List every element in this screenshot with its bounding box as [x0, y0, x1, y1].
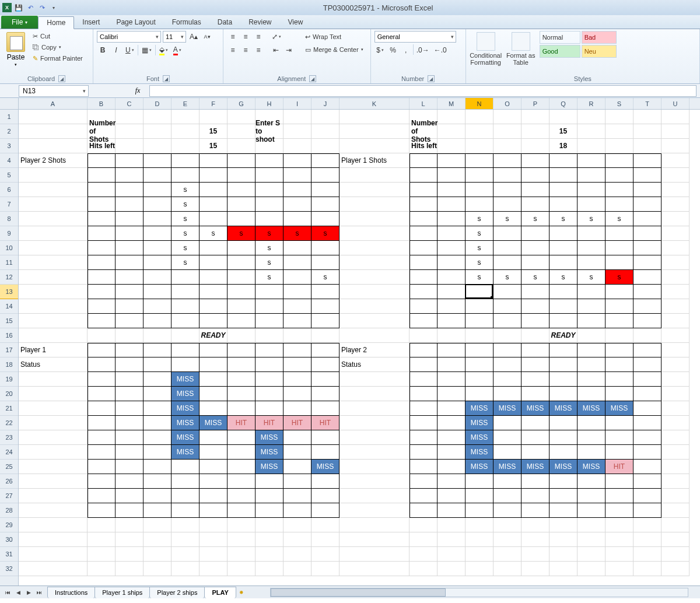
- cell-N8[interactable]: s: [466, 212, 494, 226]
- cell-F12[interactable]: [200, 270, 228, 285]
- cell-N22[interactable]: MISS: [466, 416, 494, 430]
- style-bad[interactable]: Bad: [582, 31, 617, 44]
- cell-Q17[interactable]: [550, 343, 578, 357]
- row-header-18[interactable]: 18: [0, 357, 18, 372]
- cell-C22[interactable]: [116, 416, 144, 430]
- cell-M5[interactable]: [438, 168, 466, 183]
- row-header-12[interactable]: 12: [0, 270, 18, 285]
- cell-P20[interactable]: [522, 387, 550, 401]
- underline-button[interactable]: U: [124, 44, 136, 56]
- cell-F28[interactable]: [200, 503, 228, 518]
- cell-U16[interactable]: [662, 328, 690, 343]
- cell-M16[interactable]: [438, 328, 466, 343]
- cell-S9[interactable]: [606, 226, 634, 241]
- font-launcher[interactable]: ◢: [163, 75, 170, 82]
- cell-B15[interactable]: [88, 314, 116, 328]
- cell-P22[interactable]: [522, 416, 550, 430]
- cell-R3[interactable]: [578, 139, 606, 153]
- cell-S6[interactable]: [606, 183, 634, 197]
- cell-I23[interactable]: [284, 430, 312, 445]
- cell-D8[interactable]: [144, 212, 172, 226]
- cell-S31[interactable]: [606, 547, 634, 562]
- cell-B6[interactable]: [88, 183, 116, 197]
- cell-T15[interactable]: [634, 314, 662, 328]
- cell-H10[interactable]: s: [256, 241, 284, 255]
- cell-S30[interactable]: [606, 532, 634, 547]
- cell-F23[interactable]: [200, 430, 228, 445]
- cell-I19[interactable]: [284, 372, 312, 387]
- cell-C12[interactable]: [116, 270, 144, 285]
- cell-D27[interactable]: [144, 489, 172, 503]
- tab-formulas[interactable]: Formulas: [164, 16, 209, 29]
- cell-A17[interactable]: Player 1: [19, 343, 88, 357]
- cell-P11[interactable]: [522, 255, 550, 270]
- cell-L2[interactable]: Number of Shots: [410, 124, 438, 139]
- cell-I15[interactable]: [284, 314, 312, 328]
- cell-C30[interactable]: [116, 532, 144, 547]
- cell-H32[interactable]: [256, 562, 284, 576]
- cell-S12[interactable]: s: [606, 270, 634, 285]
- cell-P26[interactable]: [522, 474, 550, 489]
- cell-H19[interactable]: [256, 372, 284, 387]
- number-launcher[interactable]: ◢: [428, 75, 435, 82]
- cell-P29[interactable]: [522, 518, 550, 532]
- cell-E25[interactable]: [172, 460, 200, 474]
- cell-R6[interactable]: [578, 183, 606, 197]
- cell-F29[interactable]: [200, 518, 228, 532]
- cell-Q29[interactable]: [550, 518, 578, 532]
- cell-M7[interactable]: [438, 197, 466, 212]
- cell-B28[interactable]: [88, 503, 116, 518]
- row-header-27[interactable]: 27: [0, 489, 18, 503]
- tab-home[interactable]: Home: [38, 16, 74, 29]
- cell-L8[interactable]: [410, 212, 438, 226]
- tab-insert[interactable]: Insert: [74, 16, 108, 29]
- cell-T7[interactable]: [634, 197, 662, 212]
- cell-O32[interactable]: [494, 562, 522, 576]
- cell-M14[interactable]: [438, 299, 466, 314]
- font-size-combo[interactable]: 11: [163, 31, 186, 43]
- cell-N21[interactable]: MISS: [466, 401, 494, 416]
- number-format-combo[interactable]: General: [374, 31, 456, 43]
- cell-C20[interactable]: [116, 387, 144, 401]
- cell-H17[interactable]: [256, 343, 284, 357]
- cell-B12[interactable]: [88, 270, 116, 285]
- col-header-B[interactable]: B: [88, 98, 116, 109]
- row-header-11[interactable]: 11: [0, 255, 18, 270]
- cell-D9[interactable]: [144, 226, 172, 241]
- decrease-font-icon[interactable]: A▾: [201, 31, 213, 43]
- cell-T19[interactable]: [634, 372, 662, 387]
- cell-I12[interactable]: [284, 270, 312, 285]
- cell-H18[interactable]: [256, 357, 284, 372]
- cell-U19[interactable]: [662, 372, 690, 387]
- align-right-icon[interactable]: ≡: [253, 44, 264, 56]
- cell-H26[interactable]: [256, 474, 284, 489]
- cell-A22[interactable]: [19, 416, 88, 430]
- cell-T8[interactable]: [634, 212, 662, 226]
- cell-Q21[interactable]: MISS: [550, 401, 578, 416]
- cell-Q9[interactable]: [550, 226, 578, 241]
- horizontal-scrollbar[interactable]: [270, 588, 688, 597]
- cell-T1[interactable]: [634, 110, 662, 124]
- cell-P24[interactable]: [522, 445, 550, 460]
- cell-A29[interactable]: [19, 518, 88, 532]
- cell-R20[interactable]: [578, 387, 606, 401]
- cell-S26[interactable]: [606, 474, 634, 489]
- cell-N27[interactable]: [466, 489, 494, 503]
- cell-E14[interactable]: [172, 299, 200, 314]
- cell-H28[interactable]: [256, 503, 284, 518]
- cell-S11[interactable]: [606, 255, 634, 270]
- style-normal[interactable]: Normal: [540, 31, 580, 44]
- cell-I9[interactable]: s: [284, 226, 312, 241]
- cell-G23[interactable]: [228, 430, 256, 445]
- cell-Q14[interactable]: [550, 299, 578, 314]
- row-header-7[interactable]: 7: [0, 197, 18, 212]
- cell-J5[interactable]: [312, 168, 340, 183]
- wrap-text-button[interactable]: ↩Wrap Text: [302, 31, 367, 43]
- cell-J25[interactable]: MISS: [312, 460, 340, 474]
- cell-D10[interactable]: [144, 241, 172, 255]
- cell-J20[interactable]: [312, 387, 340, 401]
- cell-T29[interactable]: [634, 518, 662, 532]
- cell-J1[interactable]: [312, 110, 340, 124]
- cell-Q28[interactable]: [550, 503, 578, 518]
- italic-button[interactable]: I: [110, 44, 122, 56]
